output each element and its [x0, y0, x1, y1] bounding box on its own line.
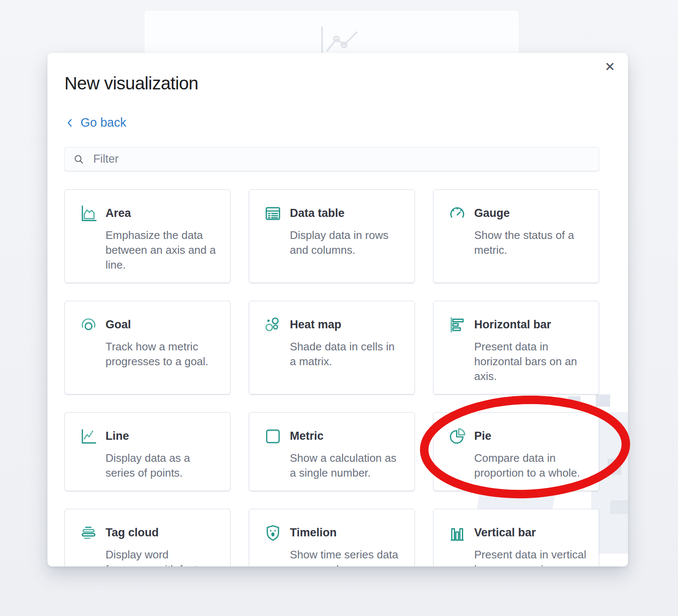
vertical-bar-icon: [448, 524, 467, 542]
area-chart-icon: [79, 204, 98, 223]
card-goal[interactable]: 8 Goal Track how a metric progresses to …: [64, 301, 231, 394]
card-timelion[interactable]: Timelion Show time series data on a grap…: [249, 509, 415, 567]
modal-title: New visualization: [64, 73, 611, 94]
card-title: Line: [106, 430, 129, 443]
card-description: Display data as a series of points.: [106, 451, 218, 480]
filter-input[interactable]: [92, 152, 591, 166]
page: { "modal": { "title": "New visualization…: [0, 0, 678, 616]
card-data-table[interactable]: Data table Display data in rows and colu…: [249, 189, 415, 283]
horizontal-bar-icon: [448, 316, 467, 334]
metric-icon-number: 8: [271, 432, 275, 441]
card-gauge[interactable]: Gauge Show the status of a metric.: [433, 189, 599, 283]
metric-icon: 8: [264, 427, 282, 446]
go-back-link[interactable]: Go back: [64, 116, 126, 130]
card-description: Show time series data on a graph.: [290, 547, 403, 567]
search-icon: [73, 153, 85, 165]
card-pie[interactable]: Pie Compare data in proportion to a whol…: [433, 412, 599, 491]
heat-map-icon: [264, 316, 282, 334]
new-visualization-modal: ✕ New visualization Go back: [47, 53, 628, 566]
card-description: Emphasize the data between an axis and a…: [106, 228, 218, 272]
card-description: Present data in vertical bars on an axis…: [474, 547, 587, 567]
visualization-type-grid: Area Emphasize the data between an axis …: [64, 189, 611, 567]
card-title: Metric: [290, 430, 324, 443]
chevron-left-icon: [64, 117, 75, 128]
card-description: Compare data in proportion to a whole.: [474, 451, 587, 480]
card-line[interactable]: Line Display data as a series of points.: [64, 412, 231, 491]
card-description: Display data in rows and columns.: [290, 228, 403, 258]
card-description: Present data in horizontal bars on an ax…: [474, 339, 587, 384]
card-title: Pie: [474, 430, 492, 443]
timelion-icon: [264, 524, 282, 542]
card-area[interactable]: Area Emphasize the data between an axis …: [64, 189, 231, 283]
tag-cloud-icon: [79, 524, 98, 542]
card-title: Goal: [106, 318, 131, 331]
goal-icon-number: 8: [87, 323, 90, 329]
card-title: Vertical bar: [474, 526, 536, 539]
card-horizontal-bar[interactable]: Horizontal bar Present data in horizonta…: [433, 301, 599, 394]
data-table-icon: [264, 204, 282, 223]
card-heat-map[interactable]: Heat map Shade data in cells in a matrix…: [249, 301, 415, 394]
pie-chart-icon: [448, 427, 467, 446]
card-description: Display word frequency with font size.: [106, 547, 218, 567]
line-chart-icon: [79, 427, 98, 446]
card-title: Gauge: [474, 207, 510, 220]
card-title: Horizontal bar: [474, 318, 551, 331]
card-description: Show the status of a metric.: [474, 228, 587, 258]
card-metric[interactable]: 8 Metric Show a calculation as a single …: [249, 412, 415, 491]
card-tag-cloud[interactable]: Tag cloud Display word frequency with fo…: [64, 509, 231, 567]
card-description: Track how a metric progresses to a goal.: [106, 339, 218, 369]
card-title: Tag cloud: [106, 526, 159, 539]
card-title: Area: [106, 207, 131, 220]
card-title: Heat map: [290, 318, 342, 331]
card-description: Shade data in cells in a matrix.: [290, 339, 403, 369]
card-vertical-bar[interactable]: Vertical bar Present data in vertical ba…: [433, 509, 599, 567]
card-title: Timelion: [290, 526, 337, 539]
filter-search-box: [64, 147, 599, 172]
card-description: Show a calculation as a single number.: [290, 451, 403, 480]
card-title: Data table: [290, 207, 345, 220]
go-back-label: Go back: [81, 116, 126, 130]
goal-icon: 8: [79, 316, 98, 334]
gauge-icon: [448, 204, 467, 223]
close-icon[interactable]: ✕: [602, 58, 618, 76]
